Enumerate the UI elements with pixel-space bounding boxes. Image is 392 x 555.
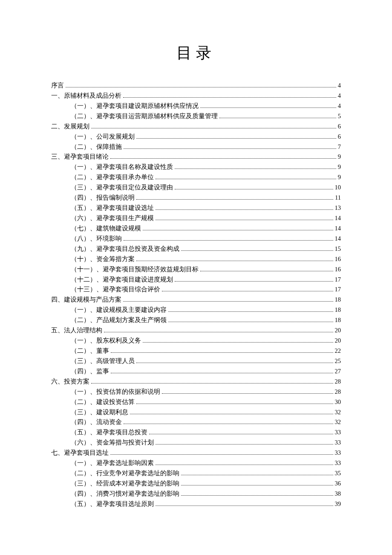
toc-entry-page: 33: [335, 438, 341, 448]
toc-entry-page: 30: [335, 397, 341, 407]
toc-leader-dots: [168, 308, 333, 312]
toc-entry-page: 9: [338, 172, 341, 183]
toc-entry: （三）、经营成本对避孕套选址的影响36: [51, 479, 341, 489]
toc-entry: （十一）、避孕套项目预期经济效益规划目标16: [51, 264, 341, 275]
toc-leader-dots: [111, 349, 333, 353]
toc-entry-page: 4: [338, 91, 341, 101]
toc-leader-dots: [181, 481, 333, 485]
toc-entry-label: 序言: [51, 81, 64, 91]
toc-entry: （四）、报告编制说明11: [51, 193, 341, 203]
toc-leader-dots: [124, 236, 333, 241]
toc-leader-dots: [156, 502, 333, 506]
toc-leader-dots: [110, 154, 336, 159]
toc-entry: 一、原辅材料及成品分析4: [51, 91, 341, 101]
toc-entry: （二）、避孕套项目运营期原辅材料供应及质量管理5: [51, 111, 341, 122]
toc-entry: （三）、避孕套项目定位及建设理由10: [51, 183, 341, 193]
toc-leader-dots: [162, 287, 333, 291]
toc-entry-page: 9: [338, 162, 341, 172]
toc-entry: （一）、避孕套选址影响因素33: [51, 458, 341, 468]
toc-entry-label: （十一）、避孕套项目预期经济效益规划目标: [71, 264, 199, 275]
toc-entry: （五）、避孕套项目建设选址13: [51, 203, 341, 213]
toc-entry-label: 三、避孕套项目绪论: [51, 152, 109, 162]
toc-entry-page: 25: [335, 356, 341, 366]
toc-entry: （四）、监事27: [51, 366, 341, 377]
toc-entry-label: （六）、避孕套项目生产规模: [71, 213, 154, 224]
toc-entry-label: （八）、环境影响: [71, 234, 122, 244]
toc-leader-dots: [136, 359, 333, 363]
toc-entry-label: （二）、避孕套项目运营期原辅材料供应及质量管理: [71, 111, 218, 122]
toc-entry: （一）、避孕套项目名称及建设性质9: [51, 162, 341, 172]
toc-entry-page: 20: [335, 325, 341, 336]
toc-entry-label: （四）、监事: [71, 366, 109, 377]
toc-entry-page: 18: [335, 315, 341, 325]
toc-entry-page: 35: [335, 468, 341, 479]
toc-entry-label: （一）、投资估算的依据和说明: [71, 387, 160, 397]
toc-leader-dots: [130, 410, 333, 414]
toc-entry-label: （二）、避孕套项目承办单位: [71, 172, 154, 183]
toc-entry-page: 28: [335, 377, 341, 387]
toc-entry-label: （一）、避孕套项目建设期原辅材料供应情况: [71, 101, 199, 111]
toc-leader-dots: [156, 440, 333, 445]
toc-entry-label: （二）、建设投资估算: [71, 397, 135, 407]
toc-entry-label: 二、发展规划: [51, 122, 89, 132]
toc-entry: 四、建设规模与产品方案18: [51, 295, 341, 305]
toc-leader-dots: [149, 430, 333, 434]
toc-entry-label: （五）、避孕套项目选址原则: [71, 499, 154, 509]
toc-entry-page: 36: [335, 479, 341, 489]
toc-entry-label: （十二）、避孕套项目建设进度规划: [71, 275, 173, 285]
toc-entry: （三）、建设期利息32: [51, 407, 341, 418]
toc-entry-page: 14: [335, 213, 341, 224]
toc-leader-dots: [124, 420, 333, 424]
toc-entry-page: 18: [335, 295, 341, 305]
toc-entry-label: （一）、公司发展规划: [71, 132, 135, 142]
toc-entry: 七、避孕套项目选址33: [51, 448, 341, 458]
toc-leader-dots: [175, 277, 333, 281]
toc-leader-dots: [168, 318, 333, 322]
toc-entry-label: （四）、流动资金: [71, 417, 122, 427]
toc-entry-page: 13: [335, 203, 341, 213]
toc-entry-label: 五、法人治理结构: [51, 325, 102, 336]
toc-entry-label: （四）、报告编制说明: [71, 193, 135, 203]
toc-leader-dots: [123, 93, 336, 98]
toc-leader-dots: [136, 257, 333, 261]
toc-entry: （一）、避孕套项目建设期原辅材料供应情况4: [51, 101, 341, 111]
toc-entry-label: （一）、建设规模及主要建设内容: [71, 305, 167, 315]
toc-entry-label: 四、建设规模与产品方案: [51, 295, 121, 305]
toc-entry-label: （二）、保障措施: [71, 142, 122, 152]
toc-entry-label: （五）、避孕套项目总投资: [71, 427, 147, 438]
toc-leader-dots: [200, 267, 333, 271]
toc-leader-dots: [181, 247, 333, 251]
toc-entry-label: 一、原辅材料及成品分析: [51, 91, 121, 101]
toc-entry-page: 28: [335, 387, 341, 397]
toc-entry-page: 7: [338, 142, 341, 152]
toc-entry-page: 33: [335, 448, 341, 458]
toc-entry-label: （十）、资金筹措方案: [71, 254, 135, 264]
toc-entry-page: 22: [335, 346, 341, 356]
toc-entry-page: 14: [335, 234, 341, 244]
toc-entry-label: （三）、经营成本对避孕套选址的影响: [71, 479, 179, 489]
toc-entry-page: 33: [335, 458, 341, 468]
toc-leader-dots: [91, 379, 333, 384]
toc-entry-page: 32: [335, 417, 341, 427]
toc-leader-dots: [104, 328, 333, 332]
toc-entry-page: 38: [335, 489, 341, 499]
toc-entry: （六）、避孕套项目生产规模14: [51, 213, 341, 224]
toc-entry-page: 4: [338, 81, 341, 91]
toc-entry: （一）、投资估算的依据和说明28: [51, 387, 341, 397]
toc-entry-label: （七）、建筑物建设规模: [71, 224, 141, 234]
toc-entry-label: （四）、消费习惯对避孕套选址的影响: [71, 489, 179, 499]
toc-entry: （二）、保障措施7: [51, 142, 341, 152]
toc-entry: （三）、高级管理人员25: [51, 356, 341, 366]
toc-entry-label: （三）、建设期利息: [71, 407, 128, 418]
toc-entry: （五）、避孕套项目总投资33: [51, 427, 341, 438]
toc-entry: （二）、建设投资估算30: [51, 397, 341, 407]
toc-entry: （八）、环境影响14: [51, 234, 341, 244]
toc-leader-dots: [175, 185, 333, 189]
toc-entry-label: （二）、产品规划方案及生产纲领: [71, 315, 167, 325]
toc-entry-label: （二）、董事: [71, 346, 109, 356]
toc-entry: 三、避孕套项目绪论9: [51, 152, 341, 162]
toc-leader-dots: [175, 165, 336, 169]
toc-entry-page: 6: [338, 122, 341, 132]
toc-entry: （十二）、避孕套项目建设进度规划17: [51, 275, 341, 285]
toc-entry-label: （九）、避孕套项目总投资及资金构成: [71, 244, 179, 254]
